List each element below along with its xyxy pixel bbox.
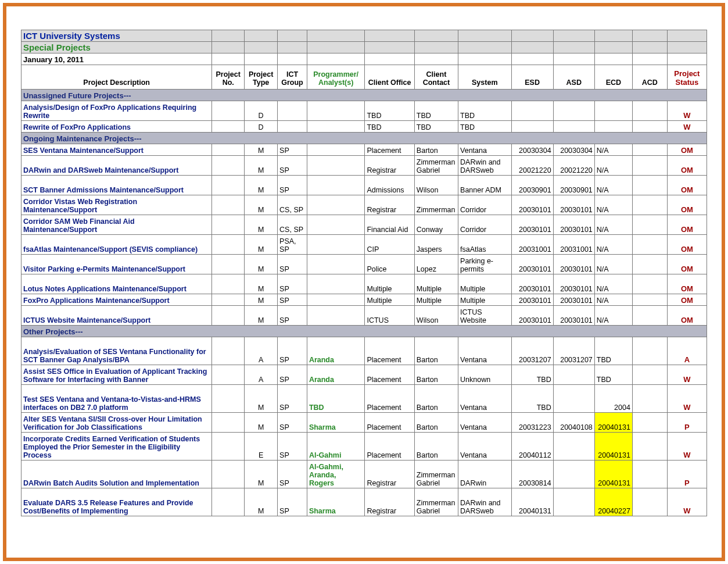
cell-coff: Police: [365, 255, 414, 274]
cell-type: M: [245, 255, 278, 274]
cell-no: [212, 121, 245, 133]
cell-contact: Multiple: [414, 274, 458, 294]
cell-acd: [632, 144, 667, 156]
col-esd: ESD: [511, 65, 553, 90]
cell-contact: Zimmerman: [414, 195, 458, 215]
col-no: Project No.: [212, 65, 245, 90]
cell-type: M: [245, 156, 278, 176]
cell-asd: 20040108: [553, 413, 594, 433]
cell-group: SP: [278, 461, 307, 488]
cell-acd: [632, 121, 667, 133]
cell-group: CS, SP: [278, 195, 307, 215]
cell-coff: Multiple: [365, 274, 414, 294]
cell-contact: Zimmerman Gabriel: [414, 156, 458, 176]
cell-type: M: [245, 176, 278, 195]
cell-acd: [632, 365, 667, 385]
table-row: Test SES Ventana and Ventana-to-Vistas-a…: [21, 385, 707, 413]
title-sub: Special Projects: [21, 42, 212, 53]
cell-esd: 20030101: [511, 294, 553, 306]
cell-esd: 20040131: [511, 488, 553, 516]
cell-system: DARwin: [458, 461, 511, 488]
table-row: Analysis/Design of FoxPro Applications R…: [21, 101, 707, 121]
col-asd: ASD: [553, 65, 594, 90]
cell-ecd: N/A: [594, 306, 632, 326]
cell-no: [212, 488, 245, 516]
section-s1: Unassigned Future Projects---: [21, 90, 707, 101]
cell-no: [212, 461, 245, 488]
cell-status: P: [667, 461, 707, 488]
cell-asd: [553, 101, 594, 121]
cell-type: M: [245, 488, 278, 516]
cell-desc: Analysis/Design of FoxPro Applications R…: [21, 101, 212, 121]
cell-type: M: [245, 144, 278, 156]
cell-no: [212, 294, 245, 306]
cell-system: fsaAtlas: [458, 235, 511, 255]
cell-desc: Incorporate Credits Earned Verification …: [21, 433, 212, 461]
cell-asd: [553, 433, 594, 461]
cell-system: TBD: [458, 121, 511, 133]
cell-type: M: [245, 294, 278, 306]
cell-no: [212, 195, 245, 215]
cell-ecd: N/A: [594, 294, 632, 306]
cell-esd: 20030304: [511, 144, 553, 156]
title-org: ICT University Systems: [21, 30, 212, 42]
cell-coff: Placement: [365, 433, 414, 461]
table-row: Visitor Parking e-Permits Maintenance/Su…: [21, 255, 707, 274]
cell-contact: Barton: [414, 413, 458, 433]
cell-type: M: [245, 413, 278, 433]
table-row: FoxPro Applications Maintenance/SupportM…: [21, 294, 707, 306]
cell-prog: [307, 255, 365, 274]
cell-contact: Wilson: [414, 306, 458, 326]
cell-asd: 20031207: [553, 337, 594, 365]
cell-status: W: [667, 385, 707, 413]
cell-esd: 20031001: [511, 235, 553, 255]
cell-ecd: N/A: [594, 176, 632, 195]
cell-type: M: [245, 461, 278, 488]
cell-desc: Corridor Vistas Web Registration Mainten…: [21, 195, 212, 215]
cell-acd: [632, 235, 667, 255]
cell-status: OM: [667, 215, 707, 235]
cell-prog: [307, 215, 365, 235]
cell-no: [212, 306, 245, 326]
cell-system: Ventana: [458, 413, 511, 433]
cell-coff: Placement: [365, 385, 414, 413]
cell-type: A: [245, 365, 278, 385]
cell-ecd: N/A: [594, 156, 632, 176]
cell-status: W: [667, 365, 707, 385]
table-row: Assist SES Office in Evaluation of Appli…: [21, 365, 707, 385]
cell-status: W: [667, 433, 707, 461]
cell-acd: [632, 337, 667, 365]
cell-group: SP: [278, 294, 307, 306]
cell-esd: TBD: [511, 385, 553, 413]
table-row: SES Ventana Maintenance/SupportMSPPlacem…: [21, 144, 707, 156]
cell-status: W: [667, 101, 707, 121]
cell-desc: Visitor Parking e-Permits Maintenance/Su…: [21, 255, 212, 274]
cell-desc: Lotus Notes Applications Maintenance/Sup…: [21, 274, 212, 294]
cell-desc: Alter SES Ventana SI/SII Cross-over Hour…: [21, 413, 212, 433]
cell-prog: Aranda: [307, 337, 365, 365]
cell-desc: ICTUS Website Maintenance/Support: [21, 306, 212, 326]
cell-coff: Registrar: [365, 461, 414, 488]
table-row: ICTUS Website Maintenance/SupportMSPICTU…: [21, 306, 707, 326]
cell-prog: [307, 101, 365, 121]
cell-desc: Assist SES Office in Evaluation of Appli…: [21, 365, 212, 385]
cell-contact: Multiple: [414, 294, 458, 306]
cell-prog: Al-Gahmi, Aranda, Rogers: [307, 461, 365, 488]
cell-no: [212, 365, 245, 385]
cell-ecd: 2004: [594, 385, 632, 413]
cell-no: [212, 433, 245, 461]
cell-esd: 20030814: [511, 461, 553, 488]
table-row: Corridor SAM Web Financial Aid Maintenan…: [21, 215, 707, 235]
cell-asd: 20030101: [553, 306, 594, 326]
cell-desc: fsaAtlas Maintenance/Support (SEVIS comp…: [21, 235, 212, 255]
cell-acd: [632, 488, 667, 516]
cell-status: OM: [667, 156, 707, 176]
cell-ecd: N/A: [594, 255, 632, 274]
cell-coff: TBD: [365, 101, 414, 121]
cell-ecd: [594, 101, 632, 121]
cell-prog: [307, 144, 365, 156]
cell-group: SP: [278, 433, 307, 461]
cell-coff: TBD: [365, 121, 414, 133]
cell-esd: [511, 121, 553, 133]
cell-no: [212, 101, 245, 121]
